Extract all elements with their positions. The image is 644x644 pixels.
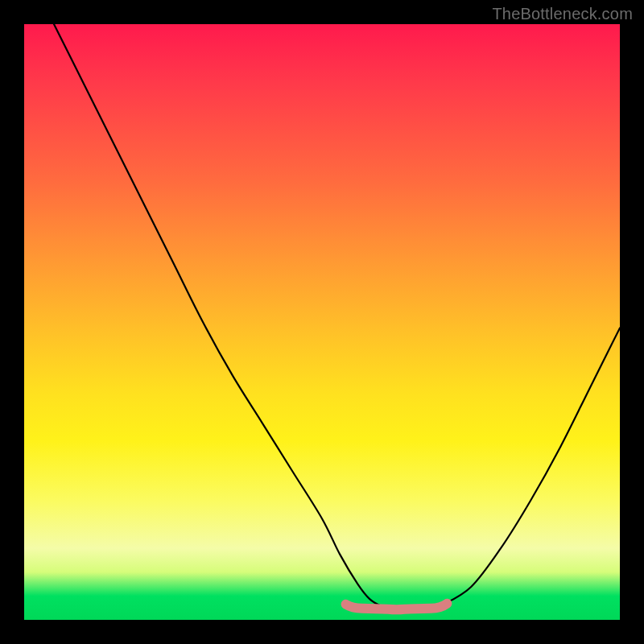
- curve-layer: [24, 24, 620, 620]
- watermark-text: TheBottleneck.com: [492, 5, 633, 23]
- optimal-zone-marker: [346, 604, 448, 610]
- chart-frame: TheBottleneck.com: [0, 0, 644, 644]
- plot-area: [24, 24, 620, 620]
- bottleneck-curve: [54, 24, 620, 610]
